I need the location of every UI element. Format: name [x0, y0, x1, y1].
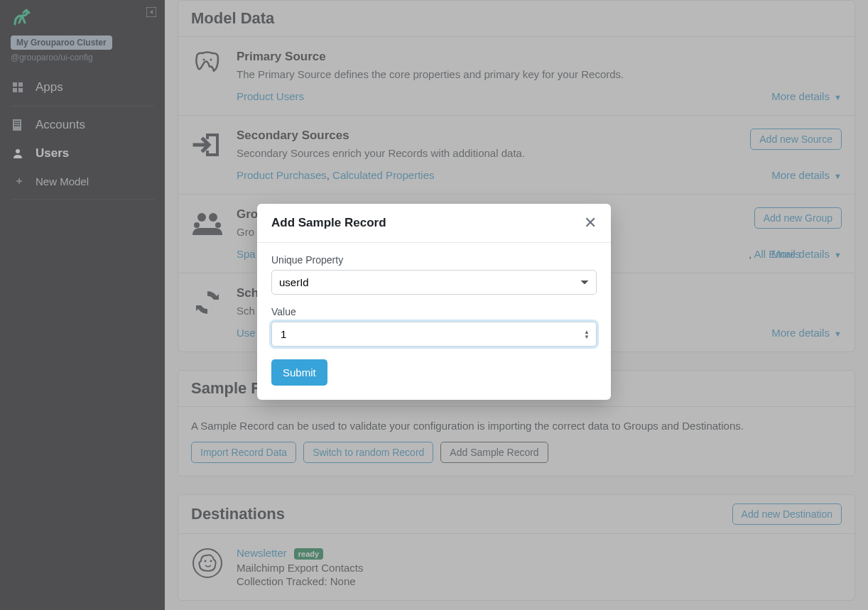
value-input[interactable]	[271, 322, 597, 347]
add-sample-record-modal: Add Sample Record ✕ Unique Property user…	[257, 204, 611, 400]
modal-overlay[interactable]: Add Sample Record ✕ Unique Property user…	[0, 0, 868, 610]
close-icon[interactable]: ✕	[584, 215, 597, 231]
value-label: Value	[271, 306, 597, 317]
number-spinner[interactable]: ▲▼	[584, 329, 590, 339]
submit-button[interactable]: Submit	[271, 359, 327, 386]
modal-title: Add Sample Record	[271, 216, 386, 230]
unique-property-select[interactable]: userId	[271, 270, 597, 295]
unique-property-label: Unique Property	[271, 254, 597, 266]
